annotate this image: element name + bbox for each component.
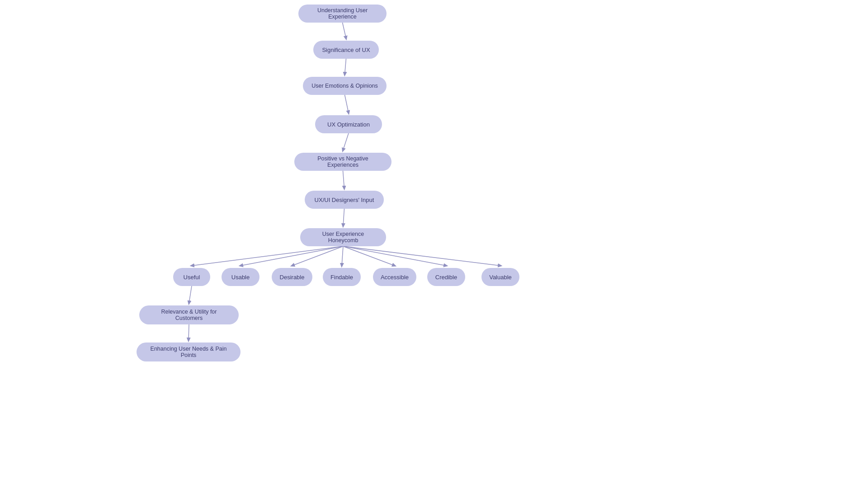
svg-line-13 — [189, 286, 192, 303]
svg-line-11 — [343, 246, 446, 266]
svg-line-3 — [343, 133, 349, 150]
node-n2: Significance of UX — [313, 41, 379, 59]
svg-line-9 — [342, 246, 343, 266]
node-n7: User Experience Honeycomb — [300, 228, 386, 246]
connections-svg — [0, 0, 868, 488]
svg-line-8 — [292, 246, 343, 266]
node-n14: Valuable — [481, 268, 519, 286]
svg-line-1 — [345, 59, 346, 75]
diagram-container: Understanding User ExperienceSignificanc… — [0, 0, 868, 488]
svg-line-4 — [343, 171, 344, 188]
svg-line-7 — [241, 246, 343, 266]
node-n12: Accessible — [373, 268, 416, 286]
node-n10: Desirable — [272, 268, 312, 286]
node-n6: UX/UI Designers' Input — [305, 191, 384, 209]
svg-line-6 — [192, 246, 343, 266]
node-n15: Relevance & Utility for Customers — [139, 305, 239, 324]
node-n16: Enhancing User Needs & Pain Points — [137, 343, 241, 361]
node-n3: User Emotions & Opinions — [303, 77, 387, 95]
svg-line-14 — [189, 324, 189, 340]
svg-line-0 — [343, 23, 346, 38]
node-n9: Usable — [222, 268, 259, 286]
node-n11: Findable — [323, 268, 361, 286]
node-n5: Positive vs Negative Experiences — [294, 153, 392, 171]
node-n4: UX Optimization — [315, 115, 382, 133]
svg-line-2 — [345, 95, 349, 113]
svg-line-10 — [343, 246, 395, 266]
node-n8: Useful — [173, 268, 210, 286]
svg-line-5 — [343, 209, 344, 226]
node-n1: Understanding User Experience — [298, 5, 387, 23]
svg-line-12 — [343, 246, 500, 266]
node-n13: Credible — [427, 268, 465, 286]
